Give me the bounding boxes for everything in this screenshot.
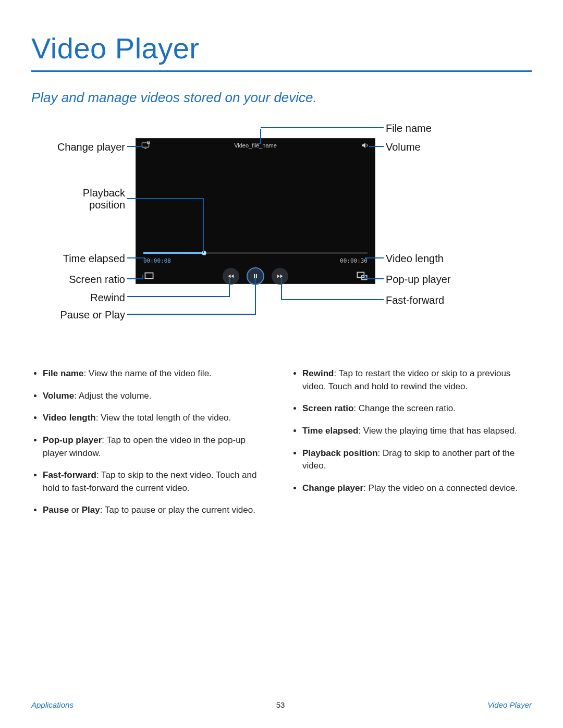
description-list-left: File name: View the name of the video fi… bbox=[31, 367, 272, 526]
callout-pause-or-play: Pause or Play bbox=[31, 309, 125, 321]
player-file-title: Video_file_name bbox=[155, 142, 356, 149]
svg-rect-5 bbox=[254, 274, 255, 278]
description-item: Time elapsed: View the playing time that… bbox=[302, 425, 532, 438]
page-footer: Applications 53 Video Player bbox=[31, 700, 532, 709]
description-item: Pause or Play: Tap to pause or play the … bbox=[43, 504, 272, 517]
seek-thumb[interactable] bbox=[202, 251, 206, 255]
description-item: Screen ratio: Change the screen ratio. bbox=[302, 402, 532, 415]
callout-playback-position: Playback position bbox=[31, 187, 125, 211]
callout-screen-ratio: Screen ratio bbox=[31, 274, 125, 286]
fast-forward-button[interactable] bbox=[272, 268, 288, 285]
video-player-frame: Video_file_name 00:00:08 00:00:30 bbox=[136, 138, 375, 284]
description-item: Volume: Adjust the volume. bbox=[43, 390, 272, 403]
seek-fill bbox=[143, 252, 204, 254]
page-subtitle: Play and manage videos stored on your de… bbox=[31, 90, 532, 106]
footer-topic: Video Player bbox=[487, 700, 532, 709]
player-topbar: Video_file_name bbox=[136, 139, 375, 152]
callout-change-player: Change player bbox=[31, 141, 125, 153]
callout-volume: Volume bbox=[386, 141, 421, 153]
description-item: Playback position: Drag to skip to anoth… bbox=[302, 447, 532, 473]
transport-controls bbox=[136, 268, 375, 285]
callout-file-name: File name bbox=[386, 122, 432, 134]
description-item: Rewind: Tap to restart the video or skip… bbox=[302, 367, 532, 393]
description-list-right: Rewind: Tap to restart the video or skip… bbox=[291, 367, 532, 526]
player-diagram: File name Volume Video length Pop-up pla… bbox=[31, 122, 532, 326]
rewind-button[interactable] bbox=[223, 268, 239, 285]
description-item: Pop-up player: Tap to open the video in … bbox=[43, 434, 272, 460]
callout-video-length: Video length bbox=[386, 253, 444, 265]
title-rule bbox=[31, 70, 532, 72]
time-total-text: 00:00:30 bbox=[340, 257, 368, 264]
description-item: Video length: View the total length of t… bbox=[43, 412, 272, 425]
callout-popup-player: Pop-up player bbox=[386, 274, 451, 286]
description-item: Change player: Play the video on a conne… bbox=[302, 482, 532, 495]
svg-rect-6 bbox=[256, 274, 257, 278]
description-columns: File name: View the name of the video fi… bbox=[31, 367, 532, 526]
time-elapsed-text: 00:00:08 bbox=[143, 257, 171, 264]
callout-rewind: Rewind bbox=[31, 292, 125, 304]
change-player-icon[interactable] bbox=[140, 140, 151, 151]
description-item: File name: View the name of the video fi… bbox=[43, 367, 272, 380]
page-title: Video Player bbox=[31, 31, 532, 65]
footer-page-number: 53 bbox=[276, 700, 285, 709]
callout-time-elapsed: Time elapsed bbox=[31, 253, 125, 265]
play-pause-button[interactable] bbox=[247, 267, 264, 285]
footer-section: Applications bbox=[31, 700, 74, 709]
description-item: Fast-forward: Tap to skip to the next vi… bbox=[43, 469, 272, 495]
seek-bar[interactable] bbox=[143, 252, 368, 254]
volume-icon[interactable] bbox=[360, 140, 371, 151]
callout-fast-forward: Fast-forward bbox=[386, 294, 444, 306]
